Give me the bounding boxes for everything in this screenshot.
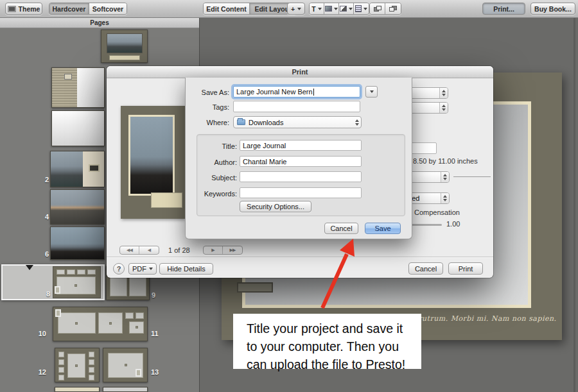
author-input[interactable]: Chantal Marie bbox=[240, 156, 362, 167]
page-status: 1 of 28 bbox=[168, 246, 190, 254]
callout-line: to your computer. Then you bbox=[247, 337, 421, 355]
main-toolbar: Theme Hardcover Softcover Edit Content E… bbox=[0, 0, 578, 18]
subject-label: Subject: bbox=[198, 174, 237, 182]
dropdown-arrow-icon bbox=[334, 8, 338, 10]
thumb-partial[interactable] bbox=[55, 387, 100, 392]
gamma-slider[interactable] bbox=[408, 224, 442, 226]
bring-forward-button[interactable] bbox=[370, 3, 385, 14]
sheet-cancel-button[interactable]: Cancel bbox=[324, 223, 358, 234]
page-ornament-frame[interactable] bbox=[237, 282, 273, 293]
thumb-cover[interactable] bbox=[101, 30, 148, 63]
slider-value: 1.00 bbox=[446, 220, 460, 228]
folder-icon bbox=[237, 119, 245, 125]
where-label: Where: bbox=[191, 119, 229, 127]
bring-forward-icon bbox=[374, 6, 381, 12]
thumb-pages-10-11[interactable] bbox=[53, 307, 148, 341]
text-tool-button[interactable]: T bbox=[310, 3, 324, 14]
annotation-arrow-icon bbox=[316, 235, 362, 313]
dropdown-arrow-icon bbox=[363, 8, 367, 10]
theme-icon bbox=[8, 6, 16, 12]
black-point-compensation-label: Compensation bbox=[414, 209, 460, 216]
thumb-page-2[interactable] bbox=[50, 151, 105, 187]
save-as-label: Save As: bbox=[191, 89, 229, 97]
selection-caret-icon bbox=[26, 265, 33, 270]
print-preview-page bbox=[121, 106, 185, 219]
edit-mode-segment: Edit Content Edit Layout bbox=[203, 3, 297, 15]
add-button[interactable]: + bbox=[287, 3, 305, 15]
page-number: 6 bbox=[36, 250, 49, 258]
next-page-button[interactable]: ▶ bbox=[204, 246, 223, 254]
annotation-callout: Title your project and save it to your c… bbox=[233, 314, 421, 369]
dialog-divider bbox=[107, 257, 493, 257]
metadata-group: Title: Large Journal Author: Chantal Mar… bbox=[197, 134, 405, 216]
hide-details-button[interactable]: Hide Details bbox=[159, 263, 213, 275]
print-dialog-cancel-button[interactable]: Cancel bbox=[408, 262, 443, 275]
page-number: 11 bbox=[151, 330, 164, 337]
help-button[interactable]: ? bbox=[113, 263, 125, 275]
hardcover-button[interactable]: Hardcover bbox=[49, 3, 89, 14]
thumb-page-4[interactable] bbox=[50, 189, 105, 225]
background-tool-button[interactable] bbox=[339, 3, 354, 14]
prev-page-button[interactable]: ◀ bbox=[139, 246, 159, 254]
tags-label: Tags: bbox=[191, 103, 229, 112]
popup-stepper-icon bbox=[353, 117, 361, 128]
send-backward-icon bbox=[389, 6, 397, 12]
callout-line: Title your project and save it bbox=[247, 320, 421, 337]
page-number: 4 bbox=[36, 213, 49, 221]
presets-popup-fragment[interactable] bbox=[408, 102, 448, 114]
keywords-label: Keywords: bbox=[198, 190, 237, 198]
edit-content-button[interactable]: Edit Content bbox=[204, 3, 250, 14]
object-tools-segment: T bbox=[309, 3, 369, 15]
photo-tool-button[interactable] bbox=[324, 3, 339, 14]
save-as-input[interactable]: Large Journal New Bern bbox=[233, 86, 360, 98]
title-input[interactable]: Large Journal bbox=[240, 140, 362, 151]
send-backward-button[interactable] bbox=[385, 3, 401, 14]
print-toolbar-button[interactable]: Print... bbox=[482, 3, 525, 15]
thumb-page-6[interactable] bbox=[50, 226, 105, 260]
sheet-save-button[interactable]: Save bbox=[365, 223, 401, 234]
background-tool-icon bbox=[340, 6, 347, 12]
expand-sheet-button[interactable] bbox=[365, 86, 378, 98]
preview-nav-back: ◀◀ ◀ bbox=[119, 246, 159, 255]
thumb-spread-text[interactable] bbox=[51, 67, 105, 108]
options-divider bbox=[453, 176, 491, 177]
page-number: 2 bbox=[36, 176, 49, 183]
thumb-page-12[interactable] bbox=[55, 348, 100, 382]
thumb-page-13[interactable] bbox=[103, 348, 148, 382]
popup-stepper-icon bbox=[439, 88, 448, 98]
popup-stepper-icon bbox=[439, 103, 448, 113]
thumb-partial[interactable] bbox=[103, 387, 148, 392]
copies-field-fragment[interactable] bbox=[410, 142, 437, 154]
pages-tool-icon bbox=[355, 5, 362, 12]
tags-input[interactable] bbox=[233, 101, 360, 112]
print-dialog-print-button[interactable]: Print bbox=[448, 262, 483, 275]
security-options-button[interactable]: Security Options... bbox=[240, 201, 311, 212]
where-popup[interactable]: Downloads bbox=[233, 116, 362, 128]
print-dialog-title: Print bbox=[107, 66, 493, 78]
page-number: 8 bbox=[37, 290, 50, 298]
last-page-button[interactable]: ▶▶ bbox=[223, 246, 242, 254]
theme-button[interactable]: Theme bbox=[5, 3, 42, 15]
pdf-menu-button[interactable]: PDF bbox=[128, 263, 157, 275]
photo-tool-icon bbox=[325, 6, 332, 12]
first-page-button[interactable]: ◀◀ bbox=[120, 246, 139, 254]
thumb-white-page[interactable] bbox=[51, 110, 105, 146]
page-number: 13 bbox=[151, 368, 164, 376]
save-sheet: Save As: Large Journal New Bern Tags: Wh… bbox=[185, 78, 412, 239]
pages-tool-button[interactable] bbox=[354, 3, 369, 14]
popup-stepper-icon bbox=[441, 193, 449, 203]
dropdown-arrow-icon bbox=[370, 90, 374, 93]
subject-input[interactable] bbox=[240, 171, 362, 182]
keywords-input[interactable] bbox=[240, 187, 362, 198]
preview-nav-fwd: ▶ ▶▶ bbox=[203, 246, 243, 255]
popup-stepper-icon bbox=[441, 172, 449, 182]
printer-popup-fragment[interactable] bbox=[408, 87, 448, 99]
cover-type-segment: Hardcover Softcover bbox=[49, 3, 127, 15]
page-number: 12 bbox=[33, 368, 46, 376]
softcover-button[interactable]: Softcover bbox=[89, 3, 127, 14]
app-window: tempus rutrum. Morbi mi. Nam non sapien.… bbox=[0, 0, 578, 392]
buy-book-button[interactable]: Buy Book... bbox=[530, 3, 575, 15]
thumb-page-8-selected[interactable] bbox=[1, 264, 105, 300]
dropdown-arrow-icon bbox=[297, 8, 301, 10]
dropdown-arrow-icon bbox=[349, 8, 353, 10]
